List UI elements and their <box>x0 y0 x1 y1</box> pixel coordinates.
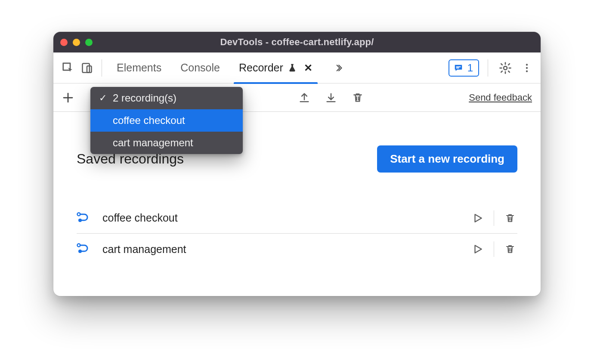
toolbar-divider <box>102 59 102 77</box>
settings-icon[interactable] <box>497 59 514 77</box>
message-icon <box>454 63 463 73</box>
issues-count: 1 <box>467 62 473 74</box>
dropdown-item-label: coffee checkout <box>113 114 185 126</box>
window-title: DevTools - coffee-cart.netlify.app/ <box>53 37 541 48</box>
device-toolbar-icon[interactable] <box>78 59 96 77</box>
check-icon: ✓ <box>99 93 107 104</box>
svg-point-2 <box>504 66 507 70</box>
devtools-tabs-toolbar: Elements Console Recorder ✕ <box>53 52 541 83</box>
titlebar: DevTools - coffee-cart.netlify.app/ <box>53 32 541 52</box>
recordings-dropdown[interactable]: ✓ 2 recording(s) coffee checkout cart ma… <box>90 87 243 154</box>
dropdown-summary-item[interactable]: ✓ 2 recording(s) <box>90 87 243 109</box>
dropdown-item[interactable]: cart management <box>90 132 243 154</box>
svg-point-3 <box>526 64 528 65</box>
dropdown-item[interactable]: coffee checkout <box>90 109 243 132</box>
close-window-button[interactable] <box>60 39 68 46</box>
issues-badge[interactable]: 1 <box>449 59 479 77</box>
import-icon[interactable] <box>324 90 338 105</box>
flow-icon <box>77 243 91 256</box>
inspect-element-icon[interactable] <box>59 59 77 77</box>
zoom-window-button[interactable] <box>85 39 93 46</box>
delete-recording-icon[interactable] <box>503 242 517 256</box>
devtools-window: DevTools - coffee-cart.netlify.app/ Elem… <box>53 32 541 296</box>
tab-elements[interactable]: Elements <box>115 52 163 83</box>
experiment-icon <box>288 63 297 73</box>
tab-recorder[interactable]: Recorder ✕ <box>237 52 314 83</box>
kebab-menu-icon[interactable] <box>518 59 535 77</box>
tab-recorder-label: Recorder <box>239 62 283 74</box>
tab-console-label: Console <box>180 62 220 74</box>
play-recording-icon[interactable] <box>470 242 485 256</box>
toolbar-divider <box>488 59 488 77</box>
recordings-list: coffee checkout car <box>77 203 517 265</box>
send-feedback-link[interactable]: Send feedback <box>469 92 532 103</box>
tab-console[interactable]: Console <box>179 52 222 83</box>
devtools-tabs: Elements Console Recorder ✕ <box>115 52 347 83</box>
play-recording-icon[interactable] <box>470 211 485 225</box>
delete-icon[interactable] <box>350 90 365 105</box>
recording-row[interactable]: cart management <box>77 234 517 265</box>
tab-elements-label: Elements <box>117 62 161 74</box>
svg-point-4 <box>526 67 528 68</box>
recording-name: cart management <box>102 243 459 256</box>
recording-row[interactable]: coffee checkout <box>77 203 517 234</box>
more-tabs-icon[interactable] <box>330 59 347 77</box>
row-divider <box>494 210 494 226</box>
export-icon[interactable] <box>297 90 312 105</box>
svg-rect-0 <box>83 63 90 72</box>
recording-name: coffee checkout <box>102 212 459 224</box>
flow-icon <box>77 212 91 225</box>
svg-point-7 <box>78 219 82 222</box>
dropdown-item-label: cart management <box>113 137 193 149</box>
row-divider <box>494 241 494 257</box>
svg-point-9 <box>78 250 82 253</box>
close-tab-icon[interactable]: ✕ <box>304 62 312 74</box>
window-controls <box>60 39 93 46</box>
delete-recording-icon[interactable] <box>503 211 517 225</box>
minimize-window-button[interactable] <box>73 39 80 46</box>
svg-point-5 <box>526 70 528 72</box>
dropdown-summary-label: 2 recording(s) <box>113 92 176 104</box>
start-recording-button[interactable]: Start a new recording <box>377 145 517 173</box>
add-recording-icon[interactable] <box>59 89 77 106</box>
